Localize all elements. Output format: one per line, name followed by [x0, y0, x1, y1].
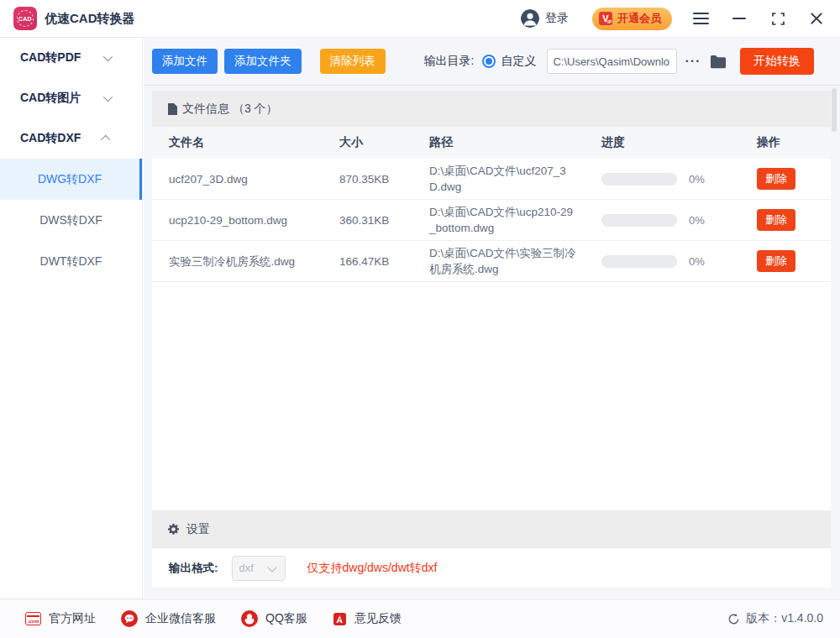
sidebar-group-cad-to-image[interactable]: CAD转图片 — [0, 78, 142, 118]
table-row: 实验三制冷机房系统.dwg 166.47KB D:\桌面\CAD文件\实验三制冷… — [152, 241, 831, 282]
feedback-label: 意见反馈 — [354, 611, 402, 626]
file-path: D:\桌面\CAD文件\ucf207_3D.dwg — [429, 163, 576, 195]
sidebar-group-cad-to-pdf[interactable]: CAD转PDF — [0, 38, 142, 78]
window-controls — [692, 10, 825, 27]
progress-percent: 0% — [689, 254, 705, 269]
sidebar-group-label: CAD转DXF — [20, 131, 81, 146]
chevron-down-icon — [267, 562, 276, 572]
format-select[interactable]: dxf — [232, 556, 286, 581]
output-dir-label: 输出目录: — [424, 54, 475, 69]
chevron-down-icon — [103, 92, 113, 102]
login-button[interactable]: 登录 — [521, 9, 569, 28]
clear-list-button[interactable]: 清除列表 — [320, 49, 386, 74]
start-convert-button[interactable]: 开始转换 — [740, 48, 814, 75]
app-logo-text: CAD — [17, 10, 34, 27]
website-icon: .com — [25, 612, 41, 625]
scrollbar-thumb[interactable] — [832, 88, 837, 132]
version-label: 版本：v1.4.0.0 — [746, 611, 823, 626]
col-filename: 文件名 — [152, 127, 323, 159]
gear-icon — [167, 523, 180, 536]
qq-icon — [241, 610, 258, 627]
titlebar: CAD 优速CAD转换器 登录 VIP 开通会员 — [0, 0, 840, 38]
sidebar-item-label: DWS转DXF — [39, 213, 102, 228]
sidebar-item-dwg-to-dxf[interactable]: DWG转DXF — [0, 159, 142, 200]
version-info: 版本：v1.4.0.0 — [727, 611, 823, 626]
add-folder-button[interactable]: 添加文件夹 — [224, 49, 302, 74]
maximize-icon — [772, 13, 785, 25]
sidebar-group-label: CAD转图片 — [20, 91, 81, 106]
maximize-button[interactable] — [769, 10, 786, 27]
close-button[interactable] — [808, 10, 825, 27]
main-panel: 添加文件 添加文件夹 清除列表 输出目录: 自定义 ··· 开始转换 文件信息 … — [144, 38, 840, 598]
vip-icon: VIP — [599, 12, 612, 25]
file-size: 360.31KB — [323, 200, 412, 240]
official-site-link[interactable]: .com 官方网址 — [25, 611, 96, 626]
wechat-icon — [121, 610, 138, 627]
custom-radio[interactable] — [482, 55, 496, 68]
hamburger-icon — [693, 13, 709, 25]
custom-radio-label: 自定义 — [501, 54, 536, 69]
qq-support-label: QQ客服 — [265, 611, 307, 626]
app-title: 优速CAD转换器 — [45, 11, 135, 27]
sidebar-item-label: DWT转DXF — [40, 254, 102, 269]
progress-percent: 0% — [689, 212, 705, 228]
qq-support-link[interactable]: QQ客服 — [241, 610, 307, 627]
file-name: ucf207_3D.dwg — [169, 171, 248, 187]
document-icon — [167, 103, 177, 115]
format-hint: 仅支持dwg/dws/dwt转dxf — [307, 561, 438, 576]
sidebar-group-cad-to-dxf[interactable]: CAD转DXF — [0, 118, 142, 159]
file-size: 166.47KB — [323, 241, 412, 281]
output-format-label: 输出格式: — [169, 561, 218, 576]
delete-button[interactable]: 删除 — [757, 250, 795, 272]
minimize-button[interactable] — [731, 10, 748, 27]
sidebar: CAD转PDF CAD转图片 CAD转DXF DWG转DXF DWS转DXF D… — [0, 38, 143, 598]
settings-header: 设置 — [152, 510, 831, 548]
delete-button[interactable]: 删除 — [757, 168, 795, 190]
sidebar-item-dws-to-dxf[interactable]: DWS转DXF — [0, 200, 142, 241]
close-icon — [810, 12, 823, 25]
wechat-support-link[interactable]: 企业微信客服 — [121, 610, 216, 627]
refresh-icon — [727, 613, 740, 625]
table-header: 文件名 大小 路径 进度 操作 — [152, 127, 831, 159]
feedback-icon — [333, 612, 347, 626]
file-info-title: 文件信息 （3 个） — [182, 102, 278, 117]
login-label: 登录 — [545, 11, 569, 26]
chevron-down-icon — [103, 52, 113, 61]
chevron-up-icon — [101, 135, 110, 144]
col-path: 路径 — [412, 127, 585, 159]
feedback-link[interactable]: 意见反馈 — [333, 611, 402, 626]
add-file-button[interactable]: 添加文件 — [152, 49, 218, 74]
open-folder-button[interactable] — [710, 55, 727, 69]
vip-label: 开通会员 — [617, 11, 661, 26]
folder-icon — [710, 55, 727, 69]
minimize-icon — [732, 18, 746, 19]
menu-button[interactable] — [692, 10, 709, 27]
file-list-card: 文件信息 （3 个） 文件名 大小 路径 进度 操作 ucf207_3D.dwg… — [152, 91, 831, 588]
sidebar-item-label: DWG转DXF — [38, 172, 102, 187]
table-row: ucf207_3D.dwg 870.35KB D:\桌面\CAD文件\ucf20… — [152, 159, 831, 200]
scrollbar[interactable] — [832, 86, 838, 590]
titlebar-actions: 登录 VIP 开通会员 — [521, 8, 825, 30]
file-info-header: 文件信息 （3 个） — [152, 91, 831, 127]
official-site-label: 官方网址 — [49, 611, 96, 626]
file-path: D:\桌面\CAD文件\实验三制冷机房系统.dwg — [429, 245, 576, 277]
delete-button[interactable]: 删除 — [757, 209, 795, 231]
output-format-row: 输出格式: dxf 仅支持dwg/dws/dwt转dxf — [152, 548, 831, 588]
output-path-input[interactable] — [547, 49, 677, 74]
toolbar: 添加文件 添加文件夹 清除列表 输出目录: 自定义 ··· 开始转换 — [144, 38, 840, 86]
file-name: ucp210-29_bottom.dwg — [169, 212, 287, 228]
progress-bar — [601, 214, 677, 227]
file-size: 870.35KB — [323, 159, 412, 199]
sidebar-item-dwt-to-dxf[interactable]: DWT转DXF — [0, 241, 142, 282]
footer: .com 官方网址 企业微信客服 QQ客服 意见反馈 版本：v1.4.0.0 — [0, 599, 840, 638]
vip-button[interactable]: VIP 开通会员 — [592, 8, 672, 30]
app-logo-icon: CAD — [13, 7, 37, 30]
browse-more-button[interactable]: ··· — [685, 54, 701, 69]
file-path: D:\桌面\CAD文件\ucp210-29_bottom.dwg — [429, 204, 576, 236]
progress-bar — [601, 173, 677, 186]
sidebar-group-label: CAD转PDF — [20, 50, 81, 65]
settings-title: 设置 — [186, 522, 210, 537]
app-window: CAD 优速CAD转换器 登录 VIP 开通会员 — [0, 0, 840, 638]
progress-percent: 0% — [689, 171, 705, 187]
progress-bar — [601, 255, 677, 268]
